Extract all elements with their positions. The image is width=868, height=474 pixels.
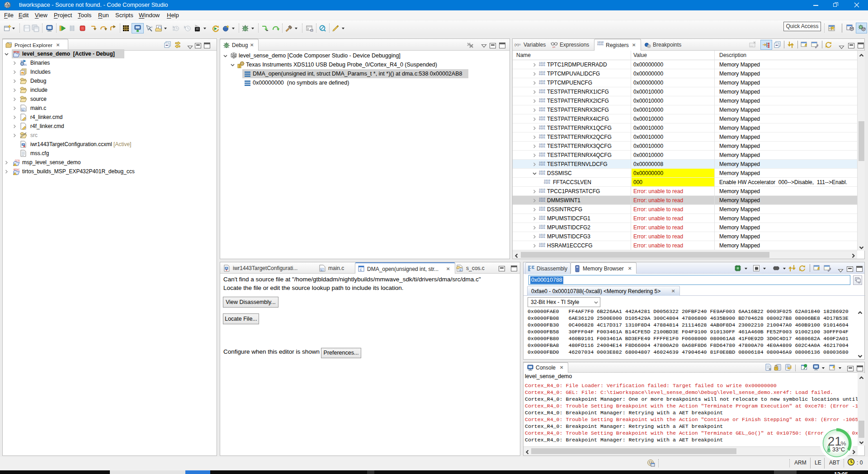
svg-text:h: h	[22, 72, 24, 75]
svg-text:!: !	[14, 164, 15, 166]
svg-text:%: %	[841, 440, 846, 447]
svg-text:33°C: 33°C	[832, 446, 845, 453]
svg-text:!: !	[14, 173, 15, 175]
svg-text:(x)=: (x)=	[514, 43, 521, 47]
svg-text:x=: x=	[552, 46, 556, 48]
svg-text:01: 01	[24, 63, 27, 66]
svg-text:c: c	[22, 108, 24, 111]
svg-text:c: c	[360, 267, 362, 272]
svg-text:c: c	[460, 268, 462, 271]
svg-text:c: c	[321, 268, 323, 271]
